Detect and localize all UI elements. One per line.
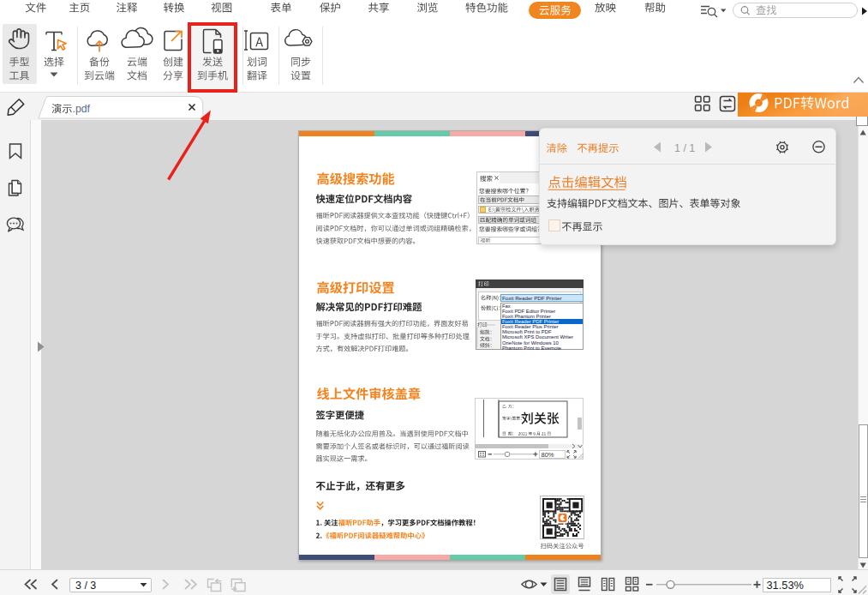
svg-text:1 / 1: 1 / 1 <box>674 142 695 154</box>
svg-text:31.53%: 31.53% <box>767 579 804 592</box>
svg-text:3 / 3: 3 / 3 <box>75 580 96 592</box>
svg-text:.pdf: .pdf <box>73 103 91 115</box>
